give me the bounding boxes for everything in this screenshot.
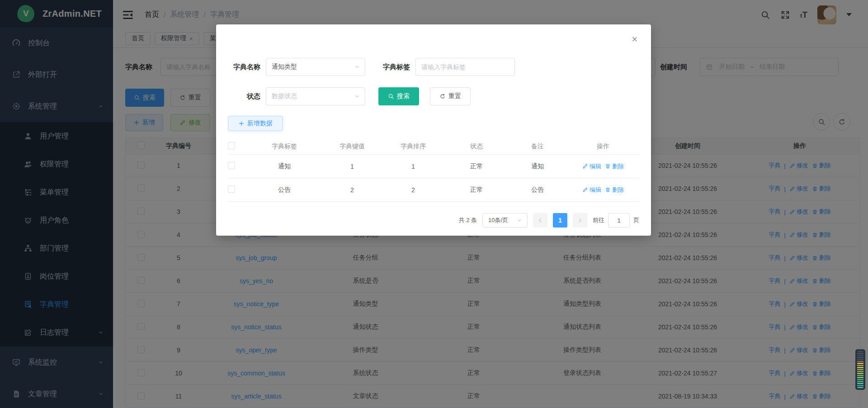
cell-dict-sort: 2 (382, 186, 445, 194)
chevron-right-icon (577, 217, 583, 223)
mcol-key: 字典键值 (323, 142, 382, 151)
modal-dict-name-label: 字典名称 (228, 63, 260, 71)
modal-status-select[interactable]: 数据状态 (266, 87, 365, 105)
cell-dict-key: 1 (323, 163, 382, 170)
row-checkbox[interactable] (228, 162, 235, 169)
next-page-button[interactable] (573, 213, 587, 228)
modal-pagination: 共 2 条 10条/页 1 前往 1 页 (228, 213, 639, 228)
row-delete-link[interactable]: 删除 (605, 162, 624, 171)
close-icon[interactable]: × (632, 34, 637, 44)
page-size-select[interactable]: 10条/页 (482, 213, 528, 228)
dict-data-modal: × 字典名称 通知类型 字典标签 状态 数据状态 搜索 重置 新增数据 字典标 (216, 24, 651, 236)
cell-remark: 通知 (508, 162, 567, 171)
modal-status-label: 状态 (228, 92, 260, 101)
status-placeholder: 数据状态 (272, 92, 297, 100)
row-edit-link[interactable]: 编辑 (582, 162, 601, 171)
extension-scroll-widget[interactable] (855, 349, 865, 390)
modal-add-data-button[interactable]: 新增数据 (228, 116, 283, 131)
mcol-remark: 备注 (508, 142, 567, 151)
chevron-left-icon (537, 217, 543, 223)
cell-status: 正常 (445, 186, 508, 194)
row-edit-link[interactable]: 编辑 (582, 186, 601, 194)
cell-status: 正常 (445, 162, 508, 171)
mcol-ops: 操作 (567, 142, 639, 151)
edit-icon (582, 163, 588, 169)
mcol-label: 字典标签 (246, 142, 323, 151)
cell-dict-sort: 1 (382, 163, 445, 170)
selected-dict-name: 通知类型 (272, 63, 297, 71)
modal-dict-name-select[interactable]: 通知类型 (266, 58, 365, 76)
trash-icon (605, 163, 611, 169)
cell-dict-label: 通知 (246, 162, 323, 171)
modal-select-all-checkbox[interactable] (228, 142, 235, 149)
modal-dict-tag-input[interactable] (415, 58, 515, 76)
modal-table-header: 字典标签 字典键值 字典排序 状态 备注 操作 (228, 138, 639, 155)
row-delete-link[interactable]: 删除 (605, 186, 624, 194)
goto-label: 前往 (593, 216, 604, 224)
refresh-icon (439, 93, 446, 100)
chevron-down-icon (354, 64, 360, 70)
modal-table-row: 通知 1 1 正常 通知 编辑 删除 (228, 155, 639, 178)
mcol-sort: 字典排序 (382, 142, 445, 151)
row-checkbox[interactable] (228, 185, 235, 193)
prev-page-button[interactable] (533, 213, 547, 228)
goto-unit: 页 (633, 216, 639, 224)
trash-icon (605, 187, 611, 193)
chevron-down-icon (354, 93, 360, 100)
search-icon (388, 93, 394, 100)
cell-dict-key: 2 (323, 186, 382, 194)
plus-icon (238, 120, 245, 127)
mcol-status: 状态 (445, 142, 508, 151)
modal-search-button[interactable]: 搜索 (378, 87, 419, 105)
current-page-button[interactable]: 1 (553, 213, 567, 228)
pagination-total: 共 2 条 (459, 216, 477, 224)
modal-table-row: 公告 2 2 正常 公告 编辑 删除 (228, 178, 639, 202)
edit-icon (582, 187, 588, 193)
scroll-widget-stripes (857, 351, 863, 388)
modal-dict-data-table: 字典标签 字典键值 字典排序 状态 备注 操作 通知 1 1 正常 通知 编辑 … (228, 138, 639, 202)
cell-dict-label: 公告 (246, 186, 323, 194)
modal-reset-button[interactable]: 重置 (430, 87, 471, 105)
cell-remark: 公告 (508, 186, 567, 194)
chevron-down-icon (516, 217, 523, 223)
goto-page-input[interactable]: 1 (608, 213, 630, 228)
modal-dict-tag-label: 字典标签 (379, 63, 410, 71)
